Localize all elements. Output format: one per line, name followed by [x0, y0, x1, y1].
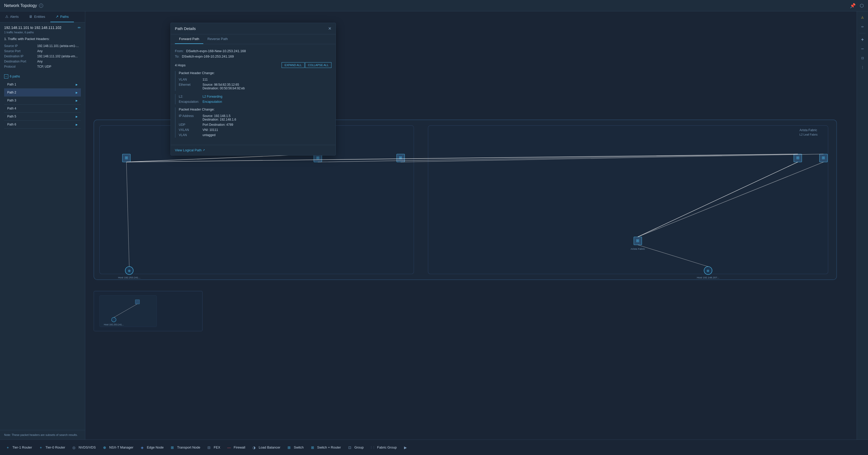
- switch-legend-icon: ⊞: [286, 445, 292, 450]
- packet-row-udp: UDP Port Destination: 4789: [179, 122, 332, 127]
- fex-legend-label: FEX: [214, 446, 220, 449]
- packet-row-ethernet: Ethernet Source: 98:5d:82:35:12:65 Desti…: [179, 82, 332, 91]
- modal-tab-forward[interactable]: Forward Path: [175, 34, 203, 44]
- svg-text:⊛: ⊛: [128, 269, 131, 273]
- external-link-icon: ↗: [203, 149, 205, 152]
- tier0-legend-label: Tier-0 Router: [45, 446, 65, 449]
- alert-toolbar-button[interactable]: ⚠: [859, 13, 867, 22]
- header: Network Topology i 📌 ⬡: [0, 0, 868, 11]
- fit-button[interactable]: ⊡: [859, 54, 867, 62]
- pin-icon[interactable]: 📌: [850, 3, 856, 8]
- tab-entities[interactable]: 🖥 Entities: [24, 11, 51, 22]
- modal-body: From: DSwitch-evpn-168-New-10.253.241.16…: [171, 44, 336, 145]
- tab-paths[interactable]: ↗ Paths: [51, 11, 74, 22]
- to-label: To:: [175, 55, 179, 58]
- path-item-2[interactable]: Path 2 ▶: [4, 89, 81, 97]
- switchrouter-legend-icon: ⊞: [310, 445, 315, 450]
- path-item-4[interactable]: Path 4 ▶: [4, 105, 81, 112]
- header-icons: 📌 ⬡: [850, 3, 864, 8]
- path-item-1[interactable]: Path 1 ▶: [4, 80, 81, 89]
- path-list: Path 1 ▶ Path 2 ▶ Path 3 ▶ Path 4 ▶ Path…: [4, 80, 81, 129]
- switchrouter-legend-label: Switch + Router: [317, 446, 341, 449]
- path-item-5[interactable]: Path 5 ▶: [4, 112, 81, 121]
- expand-all-button[interactable]: EXPAND ALL: [282, 62, 304, 68]
- legend-nvds[interactable]: ◎ NVDS/VDS: [71, 445, 96, 450]
- vlan2-key: VLAN: [179, 133, 199, 137]
- nvds-legend-icon: ◎: [71, 445, 76, 450]
- switch-legend-label: Switch: [294, 446, 304, 449]
- hops-label: 4 Hops: [175, 63, 185, 67]
- edit-route-icon[interactable]: ✏: [78, 26, 81, 30]
- alert-tab-icon: ⚠: [5, 14, 8, 19]
- more-options-button[interactable]: ⋮: [859, 63, 867, 71]
- legend-firewall[interactable]: — Firewall: [226, 445, 245, 450]
- path-1-label: Path 1: [7, 83, 16, 86]
- fex-legend-icon: ⊟: [207, 445, 212, 450]
- info-icon[interactable]: i: [39, 4, 43, 8]
- legend-tier0[interactable]: + Tier-0 Router: [38, 445, 65, 450]
- group-legend-label: Group: [354, 446, 364, 449]
- udp-key: UDP: [179, 123, 199, 127]
- packet-section-2: L2: L2 Forwarding Encapsulation: Encapsu…: [175, 94, 332, 104]
- svg-point-34: [112, 317, 116, 322]
- legend-transport[interactable]: ⊞ Transport Node: [170, 445, 200, 450]
- l2-val[interactable]: L2 Forwarding: [203, 95, 222, 98]
- loadbalancer-legend-label: Load Balancer: [258, 446, 280, 449]
- tab-bar: ⚠ Alerts 🖥 Entities ↗ Paths: [0, 11, 85, 23]
- tab-alerts-label: Alerts: [10, 15, 19, 19]
- path-details-modal: Path Details ✕ Forward Path Reverse Path…: [170, 23, 336, 156]
- modal-tab-reverse[interactable]: Reverse Path: [203, 34, 232, 44]
- canvas-area[interactable]: Path Details ✕ Forward Path Reverse Path…: [85, 11, 857, 440]
- edit-toolbar-button[interactable]: ✏: [859, 23, 867, 31]
- edge-legend-label: Edge Node: [147, 446, 163, 449]
- legend-edge[interactable]: ◈ Edge Node: [140, 445, 163, 450]
- expand-icon[interactable]: ⬡: [860, 3, 864, 8]
- legend-group[interactable]: ⊡ Group: [347, 445, 364, 450]
- svg-rect-33: [99, 295, 157, 327]
- modal-close-button[interactable]: ✕: [328, 26, 332, 31]
- legend-fex[interactable]: ⊟ FEX: [207, 445, 220, 450]
- more-legend-icon: ▶: [403, 445, 408, 450]
- packet-section-3: Packet Header Change: IP Address Source:…: [175, 107, 332, 138]
- traffic-info-table: Source IP 192.148.11.101 (arista-vm1-...…: [4, 43, 81, 69]
- firewall-legend-icon: —: [226, 445, 232, 450]
- ip-val: Source: 192.148.1.5 Destination: 192.148…: [203, 114, 236, 121]
- legend-nsxt[interactable]: ⊕ NSX-T Manager: [102, 445, 133, 450]
- route-subtitle: 1 traffic header, 6 paths: [4, 31, 81, 34]
- packet-row-l2: L2: L2 Forwarding: [179, 94, 332, 99]
- tab-alerts[interactable]: ⚠ Alerts: [0, 11, 24, 22]
- paths-header[interactable]: − 6 paths: [4, 72, 81, 80]
- source-port-value: Any: [37, 49, 43, 53]
- nsxt-legend-icon: ⊕: [102, 445, 107, 450]
- path-6-chevron: ▶: [76, 123, 78, 126]
- legend-more[interactable]: ▶: [403, 445, 408, 450]
- encap-val[interactable]: Encapsulation: [203, 100, 222, 103]
- zoom-out-button[interactable]: −: [859, 45, 867, 53]
- path-item-6[interactable]: Path 6 ▶: [4, 121, 81, 129]
- modal-title: Path Details: [175, 26, 196, 31]
- zoom-in-button[interactable]: +: [859, 35, 867, 44]
- view-logical-link[interactable]: View Logical Path ↗: [175, 148, 332, 152]
- tier1-legend-label: Tier-1 Router: [12, 446, 32, 449]
- ethernet-val: Source: 98:5d:82:35:12:65 Destination: 0…: [203, 83, 245, 90]
- legend-switch[interactable]: ⊞ Switch: [286, 445, 304, 450]
- encap-key: Encapsulation:: [179, 100, 199, 103]
- tab-paths-label: Paths: [60, 15, 69, 19]
- legend-loadbalancer[interactable]: ◑ Load Balancer: [251, 445, 280, 450]
- route-title: 192.148.11.101 to 192.148.111.102: [4, 26, 61, 30]
- dest-port-value: Any: [37, 60, 43, 63]
- transport-legend-icon: ⊞: [170, 445, 175, 450]
- modal-scroll[interactable]: Packet Header Change: VLAN 111 Ethernet …: [175, 71, 332, 141]
- collapse-all-button[interactable]: COLLAPSE ALL: [305, 62, 332, 68]
- main-content: ⚠ Alerts 🖥 Entities ↗ Paths 192.148.11.1…: [0, 11, 868, 440]
- legend-switchrouter[interactable]: ⊞ Switch + Router: [310, 445, 341, 450]
- to-value: DSwitch-evpn-169-10.253.241.169: [182, 55, 234, 58]
- path-item-3[interactable]: Path 3 ▶: [4, 97, 81, 105]
- legend-tier1[interactable]: + Tier-1 Router: [5, 445, 32, 450]
- info-row-protocol: Protocol TCP, UDP: [4, 64, 81, 69]
- info-row-source-ip: Source IP 192.148.11.101 (arista-vm1-...: [4, 43, 81, 48]
- modal-tab-forward-label: Forward Path: [179, 37, 199, 41]
- view-logical-text: View Logical Path: [175, 148, 202, 152]
- legend-fabricgroup[interactable]: ⋮⋮ Fabric Group: [370, 445, 397, 450]
- collapse-paths-icon[interactable]: −: [4, 74, 8, 78]
